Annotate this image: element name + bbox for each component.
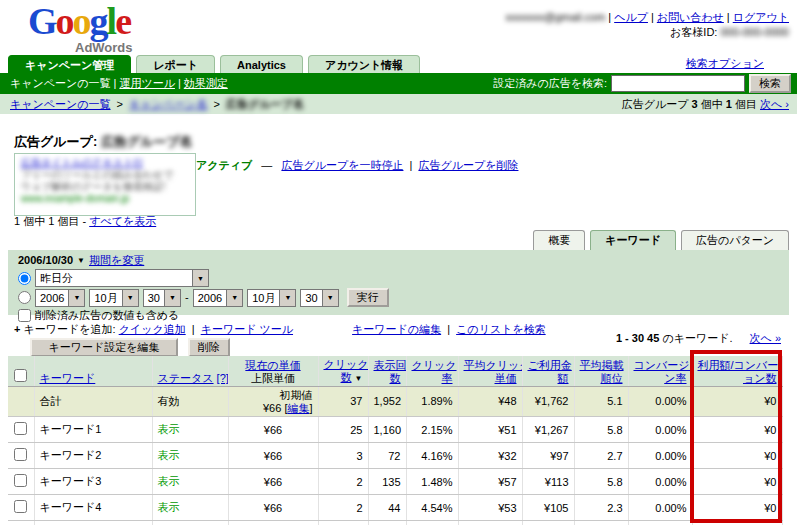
delete-keywords-button[interactable]: 削除 — [188, 338, 230, 357]
select-all-checkbox[interactable] — [14, 369, 27, 382]
row-checkbox[interactable] — [14, 422, 27, 435]
search-list-link[interactable]: このリストを検索 — [456, 323, 546, 335]
pager-mid: 個中 — [701, 98, 723, 110]
run-button[interactable]: 実行 — [347, 288, 389, 307]
from-month-select[interactable]: 10月▼ — [89, 289, 138, 307]
to-day-select[interactable]: 30▼ — [300, 289, 338, 307]
include-deleted-label: 削除済み広告の数値も含める — [35, 308, 179, 323]
breadcrumb-adgroup-current: 広告グループ名 — [226, 98, 304, 110]
pager-next-link[interactable]: 次へ › — [760, 98, 789, 110]
tab-account-info[interactable]: アカウント情報 — [308, 55, 420, 74]
avg-cpc-cell: ¥51 — [458, 417, 522, 443]
clicks-cell: 2 — [318, 521, 368, 525]
to-month-select[interactable]: 10月▼ — [247, 289, 296, 307]
cost-cell: ¥124 — [522, 521, 574, 525]
row-checkbox[interactable] — [14, 448, 27, 461]
totals-status: 有効 — [152, 387, 228, 417]
header-cost[interactable]: ご利用金額 — [528, 359, 572, 384]
cost-per-conv-cell: ¥0 — [692, 417, 782, 443]
header-avg-position[interactable]: 平均掲載順位 — [580, 359, 624, 384]
cost-per-conv-cell: ¥0 — [692, 521, 782, 525]
row-checkbox[interactable] — [14, 474, 27, 487]
edit-keyword-settings-button[interactable]: キーワード設定を編集 — [30, 338, 178, 357]
quick-add-link[interactable]: クイック追加 — [119, 323, 186, 335]
change-period-link[interactable]: 期間を変更 — [89, 253, 144, 268]
keywords-next-link[interactable]: 次へ » — [750, 332, 781, 344]
conv-rate-cell: 0.00% — [628, 443, 692, 469]
header-impressions[interactable]: 表示回数 — [374, 359, 407, 384]
header-current-bid[interactable]: 現在の単価 — [245, 359, 300, 371]
keyword-tool-link[interactable]: キーワード ツール — [201, 323, 293, 335]
tab-analytics[interactable]: Analytics — [220, 55, 303, 74]
delete-adgroup-link[interactable]: 広告グループを削除 — [418, 159, 518, 171]
ad-search-input[interactable] — [611, 75, 745, 92]
search-options-link[interactable]: 検索オプション — [686, 57, 764, 69]
ad-preview-pager-text: 1 個中 1 個目 - — [14, 215, 86, 227]
avg-cpc-cell: ¥57 — [458, 469, 522, 495]
tab-ad-variations[interactable]: 広告のパターン — [681, 230, 789, 250]
totals-label: 合計 — [34, 387, 152, 417]
to-year-select[interactable]: 2006▼ — [193, 289, 243, 307]
tab-reports[interactable]: レポート — [136, 55, 215, 74]
ad-preview-title[interactable]: 広告タイトルのテキスト行 — [21, 157, 189, 169]
table-row: キーワード1 表示 ¥66 25 1,160 2.15% ¥51 ¥1,267 … — [8, 417, 782, 443]
preset-period-radio[interactable] — [18, 272, 31, 285]
tab-keywords[interactable]: キーワード — [590, 230, 676, 250]
table-row: キーワード3 表示 ¥66 2 135 1.48% ¥57 ¥113 5.8 0… — [8, 469, 782, 495]
clicks-cell: 3 — [318, 443, 368, 469]
header-ctr[interactable]: クリック率 — [412, 359, 457, 384]
impressions-cell: 135 — [368, 469, 406, 495]
keyword-range-line: 1 - 30 45 のキーワード. 次へ » — [616, 331, 781, 346]
ctr-cell: 4.54% — [406, 495, 458, 521]
header-cost-per-conv[interactable]: 利用額/コンバージョン数 — [698, 359, 783, 384]
adwords-page: Google AdWords xxxxxxx@gmail.com|ヘルプ|お問い… — [0, 0, 797, 525]
preset-period-select[interactable]: 昨日分▼ — [35, 269, 209, 287]
keyword-cell: キーワード1 — [34, 417, 152, 443]
from-year-select[interactable]: 2006▼ — [35, 289, 85, 307]
adgroup-title-label: 広告グループ: — [14, 134, 97, 149]
keyword-cell: キーワード2 — [34, 443, 152, 469]
edit-bid-link[interactable]: 編集 — [287, 402, 309, 414]
avg-position-cell: 5.8 — [574, 469, 628, 495]
ad-search-label: 設定済みの広告を検索: — [493, 76, 607, 91]
nav-tracking-link[interactable]: 効果測定 — [184, 77, 228, 89]
nav-tools-link[interactable]: 運用ツール — [119, 77, 175, 89]
chevron-down-icon: ▼ — [164, 290, 180, 306]
contact-link[interactable]: お問い合わせ — [657, 11, 724, 23]
header-keyword[interactable]: キーワード — [40, 372, 96, 384]
plus-icon: + — [14, 323, 20, 335]
include-deleted-checkbox[interactable] — [18, 309, 31, 322]
conv-rate-cell: 0.00% — [628, 521, 692, 525]
breadcrumb-campaign-list-link[interactable]: キャンペーンの一覧 — [10, 98, 111, 110]
header-avg-cpc[interactable]: 平均クリック単価 — [464, 359, 523, 384]
tab-summary[interactable]: 概要 — [533, 230, 585, 250]
chevron-down-icon: ▼ — [192, 270, 208, 286]
show-all-ads-link[interactable]: すべてを表示 — [89, 215, 156, 227]
edit-keywords-link[interactable]: キーワードの編集 — [352, 323, 441, 335]
ad-search-button[interactable]: 検索 — [749, 74, 791, 93]
date-range-panel: 2006/10/30 ▼ 期間を変更 昨日分▼ 2006▼ 10月▼ 30▼ -… — [8, 250, 789, 315]
from-day-select[interactable]: 30▼ — [143, 289, 181, 307]
totals-avg-cpc: ¥48 — [458, 387, 522, 417]
sort-desc-icon: ▼ — [355, 374, 363, 383]
chevron-down-icon: ▼ — [226, 290, 242, 306]
logout-link[interactable]: ログアウト — [733, 11, 789, 23]
keyword-range: 1 - 30 45 — [616, 332, 659, 344]
breadcrumb-campaign-link[interactable]: キャンペーン名 — [129, 98, 207, 110]
cost-cell: ¥105 — [522, 495, 574, 521]
chevron-down-icon: ▼ — [279, 290, 295, 306]
status-help-link[interactable]: [?] — [217, 372, 228, 384]
status-cell: 表示 — [152, 521, 228, 525]
custom-period-radio[interactable] — [18, 291, 31, 304]
row-checkbox[interactable] — [14, 500, 27, 513]
header-conv-rate[interactable]: コンバージョン率 — [634, 359, 693, 384]
tab-campaign-management[interactable]: キャンペーン管理 — [8, 55, 131, 74]
table-row: キーワード4 表示 ¥66 2 44 4.54% ¥53 ¥105 2.3 0.… — [8, 495, 782, 521]
keyword-table: キーワード ステータス [?] 現在の単価上限単価 クリック数 ▼ 表示回数 ク… — [8, 356, 783, 525]
help-link[interactable]: ヘルプ — [614, 11, 648, 23]
header-status[interactable]: ステータス — [158, 372, 214, 384]
pause-adgroup-link[interactable]: 広告グループを一時停止 — [281, 159, 403, 171]
ad-preview-pager: 1 個中 1 個目 - すべてを表示 — [14, 214, 156, 229]
nav-campaign-list: キャンペーンの一覧 — [10, 77, 111, 89]
keyword-add-toolbar: + キーワードを追加: クイック追加 | キーワード ツール キーワードの編集 … — [14, 322, 546, 337]
